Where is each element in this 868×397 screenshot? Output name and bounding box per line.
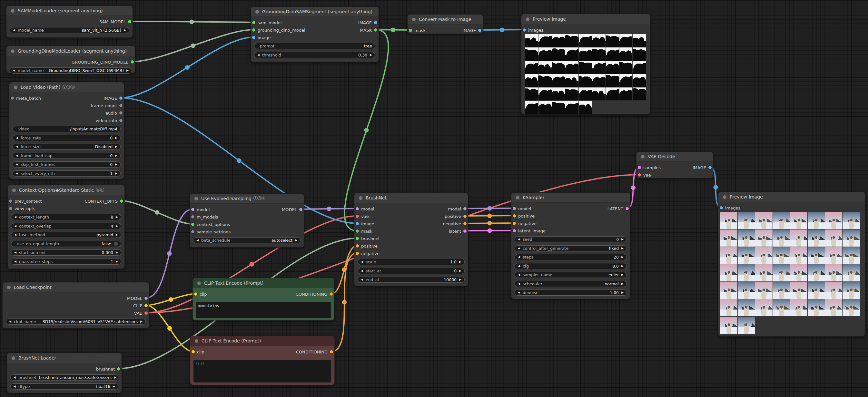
link-midpoint-dot[interactable] [342, 300, 347, 305]
widget-decrement-arrow-icon[interactable]: ◀ [361, 278, 363, 281]
widget-ckpt_name[interactable]: ◀ckpt_nameSD15/realisticVisionV60B1_v51V… [6, 318, 146, 325]
node-loadvideo[interactable]: Load Video (Path)ⓋⒽⓈmeta_batchIMAGEframe… [9, 82, 124, 179]
widget-use_on_equal_length[interactable]: use_on_equal_lengthfalse [11, 241, 121, 247]
widget-decrement-arrow-icon[interactable]: ◀ [518, 282, 520, 285]
output-slot-audio[interactable] [119, 111, 123, 115]
link-midpoint-dot[interactable] [155, 210, 160, 215]
output-slot-GROUNDING_DINO_MODEL[interactable] [131, 60, 134, 64]
widget-increment-arrow-icon[interactable]: ▶ [115, 154, 117, 157]
collapse-dot-icon[interactable] [641, 155, 645, 159]
input-slot-negative[interactable] [355, 252, 359, 255]
widget-start_at[interactable]: ◀start_at0▶ [358, 268, 465, 274]
output-slot-IMAGE[interactable] [478, 29, 482, 32]
collapse-dot-icon[interactable] [11, 356, 15, 360]
input-slot-negative[interactable] [513, 222, 516, 225]
widget-decrement-arrow-icon[interactable]: ◀ [518, 238, 520, 241]
collapse-dot-icon[interactable] [7, 286, 11, 289]
widget-start_percent[interactable]: ◀start_percent0.000▶ [11, 250, 121, 256]
widget-beta_schedule[interactable]: ◀beta_scheduleautoselect▶ [193, 237, 301, 244]
widget-decrement-arrow-icon[interactable]: ◀ [518, 247, 520, 250]
output-slot-CONDITIONING[interactable] [330, 292, 333, 296]
node-titlebar[interactable]: BrushNet [354, 193, 468, 203]
node-convertmask[interactable]: Convert Mask to ImagemaskIMAGE [407, 14, 483, 34]
collapse-dot-icon[interactable] [516, 196, 520, 199]
widget-increment-arrow-icon[interactable]: ▶ [126, 69, 129, 72]
input-slot-prev_context[interactable] [9, 199, 12, 203]
widget-scheduler[interactable]: ◀schedulernormal▶ [515, 281, 627, 287]
node-titlebar[interactable]: Preview Image [521, 14, 650, 24]
widget-decrement-arrow-icon[interactable]: ◀ [13, 376, 16, 379]
widget-decrement-arrow-icon[interactable]: ◀ [518, 256, 520, 258]
collapse-dot-icon[interactable] [14, 86, 18, 89]
input-slot-sam_model[interactable] [252, 21, 255, 24]
output-slot-VAE[interactable] [145, 311, 148, 315]
widget-increment-arrow-icon[interactable]: ▶ [124, 29, 126, 32]
widget-decrement-arrow-icon[interactable]: ◀ [16, 163, 18, 166]
node-clipneg[interactable]: CLIP Text Encode (Prompt)clipCONDITIONIN… [190, 336, 335, 385]
link-midpoint-dot[interactable] [191, 44, 195, 48]
input-slot-clip[interactable] [191, 350, 195, 353]
link-midpoint-dot[interactable] [327, 206, 332, 211]
widget-force_size[interactable]: ◀force_sizeDisabled▶ [12, 144, 121, 150]
node-titlebar[interactable]: GroundingDinoSAMSegment (segment anythin… [251, 7, 378, 17]
output-slot-MASK[interactable] [374, 28, 377, 32]
collapse-dot-icon[interactable] [11, 9, 14, 12]
prompt-textarea[interactable]: text [193, 360, 331, 382]
widget-steps[interactable]: ◀steps20▶ [515, 254, 627, 260]
input-slot-mask[interactable] [409, 29, 412, 32]
widget-decrement-arrow-icon[interactable]: ◀ [16, 172, 18, 175]
widget-increment-arrow-icon[interactable]: ▶ [140, 320, 143, 323]
node-previewtop[interactable]: Preview Imageimages [521, 14, 650, 115]
widget-increment-arrow-icon[interactable]: ▶ [621, 282, 624, 285]
node-gdsam[interactable]: GroundingDinoSAMSegment (segment anythin… [251, 6, 379, 62]
input-slot-image[interactable] [252, 36, 255, 39]
node-ksampler[interactable]: KSamplermodelpositivenegativelatent_imag… [511, 192, 630, 299]
widget-increment-arrow-icon[interactable]: ▶ [116, 225, 118, 228]
node-titlebar[interactable]: Load Video (Path)ⓋⒽⓈ [9, 82, 124, 92]
widget-decrement-arrow-icon[interactable]: ◀ [518, 265, 520, 267]
widget-decrement-arrow-icon[interactable]: ◀ [361, 270, 363, 273]
input-slot-model[interactable] [191, 208, 194, 211]
input-slot-view_opts[interactable] [9, 207, 12, 210]
widget-decrement-arrow-icon[interactable]: ◀ [518, 291, 520, 294]
widget-decrement-arrow-icon[interactable]: ◀ [361, 260, 363, 263]
input-slot-positive[interactable] [355, 244, 359, 248]
widget-increment-arrow-icon[interactable]: ▶ [459, 260, 461, 263]
output-slot-CLIP[interactable] [145, 304, 148, 307]
collapse-dot-icon[interactable] [12, 189, 16, 192]
node-checkpoint[interactable]: Load CheckpointMODELCLIPVAE◀ckpt_nameSD1… [2, 282, 149, 329]
toggle-knob-icon[interactable] [114, 242, 118, 246]
node-titlebar[interactable]: VAE Decode [637, 152, 713, 162]
widget-increment-arrow-icon[interactable]: ▶ [114, 376, 116, 379]
prompt-textarea[interactable]: mountains [196, 302, 331, 318]
widget-seed[interactable]: ◀seed0▶ [515, 236, 627, 243]
link-midpoint-dot[interactable] [488, 214, 492, 218]
widget-decrement-arrow-icon[interactable]: ◀ [257, 54, 259, 56]
output-slot-model[interactable] [463, 207, 467, 210]
collapse-dot-icon[interactable] [194, 197, 198, 200]
widget-context_overlap[interactable]: ◀context_overlap4▶ [11, 223, 121, 229]
input-slot-vae[interactable] [638, 173, 641, 176]
widget-dtype[interactable]: ◀dtypefloat16▶ [10, 384, 118, 390]
widget-decrement-arrow-icon[interactable]: ◀ [196, 239, 198, 242]
link-midpoint-dot[interactable] [250, 262, 254, 266]
widget-decrement-arrow-icon[interactable]: ◀ [14, 251, 17, 254]
widget-guarantee_steps[interactable]: ◀guarantee_steps1▶ [11, 258, 121, 265]
collapse-dot-icon[interactable] [255, 10, 259, 13]
widget-decrement-arrow-icon[interactable]: ◀ [16, 154, 18, 157]
input-slot-positive[interactable] [513, 214, 516, 218]
output-slot-brushnet[interactable] [117, 367, 120, 371]
widget-decrement-arrow-icon[interactable]: ◀ [9, 320, 11, 323]
node-titlebar[interactable]: SAMModelLoader (segment anything) [6, 6, 132, 16]
input-slot-images[interactable] [523, 28, 526, 32]
link-midpoint-dot[interactable] [631, 186, 636, 190]
node-vaedecode[interactable]: VAE DecodesamplesvaeIMAGE [636, 151, 713, 178]
node-sam[interactable]: SAMModelLoader (segment anything)SAM_MOD… [6, 5, 133, 38]
output-slot-latent[interactable] [463, 229, 467, 233]
widget-increment-arrow-icon[interactable]: ▶ [116, 260, 118, 263]
widget-denoise[interactable]: ◀denoise1.00▶ [515, 289, 627, 296]
collapse-dot-icon[interactable] [526, 18, 529, 21]
output-slot-IMAGE[interactable] [119, 96, 123, 100]
node-context[interactable]: Context Options◆Standard StaticⒶⒹprev_co… [7, 185, 125, 269]
node-titlebar[interactable]: Load Checkpoint [3, 282, 149, 292]
